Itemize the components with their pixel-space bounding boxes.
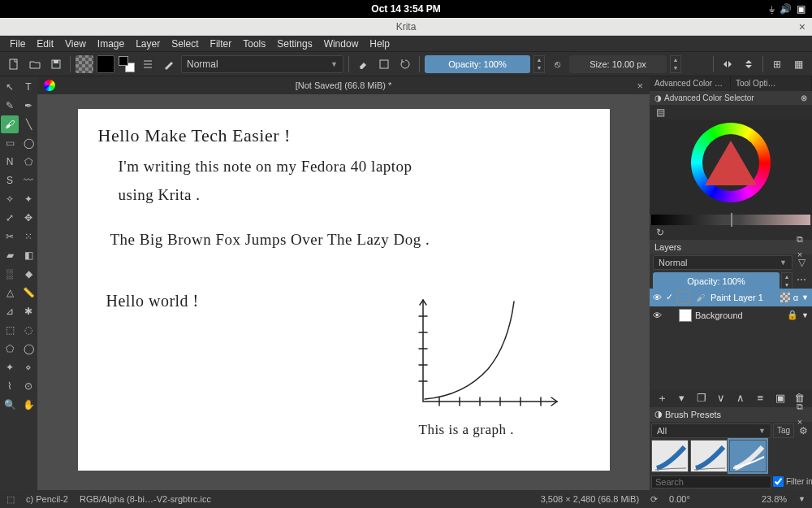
alpha-icon[interactable] [780,293,790,302]
opacity-stepper[interactable]: ▲▼ [533,55,545,73]
tool-gradient[interactable]: ◧ [19,246,37,264]
layer-blend-combo[interactable]: Normal▼ [653,255,793,270]
preset-search-input[interactable] [651,475,771,488]
visibility-icon[interactable]: 👁 [653,310,663,320]
move-up-icon[interactable]: ∧ [732,391,749,406]
alpha-lock-icon[interactable]: α [793,293,798,302]
canvas[interactable]: Hello Make Tech Easier ! I'm writing thi… [78,109,610,471]
lock-icon[interactable]: 🔒 [787,310,798,320]
dock-float-icon[interactable]: ⧉ [793,232,807,247]
dock-tab-tool-options[interactable]: Tool Opti… [731,76,812,91]
chevron-down-icon[interactable]: ▼ [801,311,809,319]
canvas-viewport[interactable]: Hello Make Tech Easier ! I'm writing thi… [37,94,650,490]
tool-rect-select[interactable]: ⬚ [1,321,19,339]
layer-opacity-slider[interactable]: Opacity: 100% [653,272,780,290]
tool-contiguous-select[interactable]: ✦ [1,358,19,376]
eraser-mode-icon[interactable] [354,55,372,73]
brush-preset[interactable] [651,440,689,472]
menu-help[interactable]: Help [365,37,395,51]
preset-tag-combo[interactable]: All▼ [651,423,771,438]
tool-zoom[interactable]: 🔍 [1,396,19,414]
layer-mask-icon[interactable]: ▣ [771,391,789,406]
tool-move[interactable]: ↖ [1,78,19,96]
brush-preset[interactable] [729,440,767,472]
shade-bar[interactable] [651,215,810,225]
selection-indicator-icon[interactable]: ⬚ [6,494,15,505]
tool-bezier-select[interactable]: ⌇ [1,377,19,395]
sv-triangle[interactable] [705,141,757,185]
tool-color-picker[interactable]: ⁙ [19,228,37,245]
add-layer-icon[interactable]: ＋ [653,391,671,406]
tool-rectangle[interactable]: ▭ [1,134,19,152]
tool-smart-fill[interactable]: ◆ [19,265,37,283]
tool-assist[interactable]: △ [1,284,19,302]
tool-bezier[interactable]: S [1,172,19,189]
menu-file[interactable]: File [5,37,30,51]
filter-icon[interactable]: ▽ [794,255,809,270]
menu-tools[interactable]: Tools [238,37,270,51]
mirror-h-icon[interactable] [719,55,736,73]
status-angle[interactable]: 0.00° [669,494,690,504]
tool-ellipse[interactable]: ◯ [19,134,37,152]
advanced-color-selector[interactable] [650,119,812,215]
tool-polygon[interactable]: ⬠ [19,153,37,171]
tool-magnetic-select[interactable]: ⊙ [19,377,37,395]
tool-similar-select[interactable]: ⋄ [19,358,37,376]
filter-in-tag-checkbox[interactable]: Filter in Tag [773,475,812,488]
layer-options-icon[interactable]: ⋯ [794,272,809,287]
dock-tab-color-selector[interactable]: Advanced Color Selec… [650,76,731,91]
visibility-icon[interactable]: 👁 [653,293,663,302]
close-tab-icon[interactable]: × [637,80,643,92]
pattern-swatch[interactable] [76,55,93,73]
duplicate-layer-icon[interactable]: ❐ [693,391,710,406]
brush-presets-icon[interactable] [139,55,157,73]
step-up-icon[interactable]: ▲ [671,56,680,64]
layer-opacity-stepper[interactable]: ▲▼ [781,272,793,290]
move-down-icon[interactable]: ∨ [712,391,730,406]
rotation-reset-icon[interactable]: ⟳ [650,494,658,505]
status-profile[interactable]: RGB/Alpha (8-bi…-V2-srgbtrc.icc [80,494,211,504]
new-file-icon[interactable] [5,55,23,73]
system-tray[interactable]: ⏚ 🔊 ▣ [769,3,806,15]
blend-mode-combo[interactable]: Normal▼ [181,55,343,73]
workspace-icon[interactable]: ▦ [789,55,807,73]
size-slider[interactable]: Size: 10.00 px [569,55,667,73]
menu-select[interactable]: Select [166,37,203,51]
size-stepper[interactable]: ▲▼ [670,55,681,73]
tool-edit-shape[interactable]: ✎ [1,97,19,115]
status-zoom[interactable]: 23.8% [762,494,787,504]
menu-settings[interactable]: Settings [272,37,317,51]
tool-crop[interactable]: ✂ [1,228,19,245]
menu-edit[interactable]: Edit [32,37,58,51]
reload-preset-icon[interactable] [396,55,414,73]
brush-editor-icon[interactable] [160,55,178,73]
window-close-button[interactable]: × [799,20,806,33]
tool-smart-patch[interactable]: ✱ [19,302,37,320]
opacity-lock-icon[interactable]: ⎋ [548,55,566,73]
color-swatch[interactable] [97,55,114,73]
document-tab[interactable]: [Not Saved] (66.8 MiB) * × [37,76,650,94]
tool-polyline[interactable]: N [1,153,19,171]
zoom-dropdown-icon[interactable]: ▼ [798,495,806,503]
tool-text[interactable]: T [19,78,37,96]
tool-pan[interactable]: ✋ [19,396,37,414]
tool-move-layer[interactable]: ✥ [19,209,37,227]
tool-measure[interactable]: 📏 [19,284,37,302]
step-down-icon[interactable]: ▼ [534,64,544,72]
step-up-icon[interactable]: ▲ [534,56,544,64]
open-file-icon[interactable] [26,55,44,73]
tool-poly-select[interactable]: ⬠ [1,340,19,358]
save-file-icon[interactable] [47,55,65,73]
battery-icon[interactable]: ▣ [797,3,806,15]
wraparound-icon[interactable]: ⊞ [768,55,786,73]
fg-bg-colors[interactable] [118,55,136,73]
color-refresh-icon[interactable]: ↻ [653,225,667,240]
tag-button[interactable]: Tag [773,423,794,438]
wifi-icon[interactable]: ⏚ [769,3,775,15]
tool-fill[interactable]: ▰ [1,246,19,264]
menu-image[interactable]: Image [93,37,129,51]
layer-row[interactable]: 👁 Background 🔒 ▼ [650,306,812,324]
tool-freehand-path[interactable]: 〰 [19,172,37,189]
menu-view[interactable]: View [60,37,91,51]
tool-line[interactable]: ╲ [19,115,37,133]
